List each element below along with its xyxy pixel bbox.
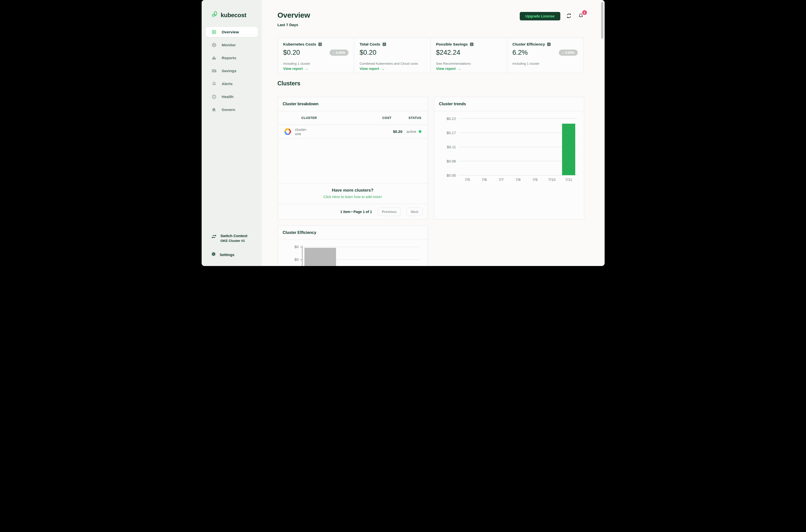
y-tick-label: $0: [281, 257, 299, 262]
delta-badge: ↓0.00%: [330, 50, 348, 56]
column-cost: COST: [357, 116, 392, 120]
kubecost-wordmark: kubecost: [221, 12, 246, 19]
arrow-down-icon: ↓: [562, 51, 564, 55]
view-report-link[interactable]: View report→: [436, 67, 501, 71]
x-tick-label: 7/9: [527, 177, 543, 182]
stat-value: $0.20: [283, 49, 300, 56]
sidebar-item-label: Govern: [222, 108, 235, 112]
clusters-section-heading: Clusters: [278, 80, 584, 87]
cluster-breakdown-card: Cluster breakdown CLUSTER COST STATUS: [278, 97, 428, 220]
stat-description: Including 1 cluster: [283, 62, 349, 65]
monitor-pulse-icon: [211, 42, 217, 48]
swap-arrows-icon: [211, 234, 217, 243]
notifications-button[interactable]: 2: [578, 13, 584, 20]
cluster-efficiency-chart: $0$0: [278, 240, 428, 266]
table-header-row: CLUSTER COST STATUS: [278, 111, 428, 125]
column-status: STATUS: [392, 116, 428, 120]
y-tick-label: $0.00: [438, 173, 456, 177]
x-tick-label: 7/11: [561, 177, 577, 182]
stat-title: Possible Savings: [436, 42, 468, 46]
table-row[interactable]: cluster-one $0.20 active: [278, 125, 428, 138]
x-tick-label: 7/7: [493, 177, 509, 182]
y-axis-line: [302, 245, 302, 266]
stat-description: See Recommendations: [436, 62, 501, 65]
cluster-name: cluster-one: [295, 127, 307, 136]
upgrade-license-button[interactable]: Upgrade License: [520, 12, 560, 20]
main-content: Overview Last 7 Days Upgrade License: [262, 0, 605, 266]
date-range-label: Last 7 Days: [278, 23, 310, 27]
info-icon[interactable]: i: [470, 42, 473, 46]
kubecost-logo: kubecost: [211, 11, 262, 19]
cluster-cost: $0.20: [307, 129, 402, 134]
x-tick-label: 7/8: [510, 177, 526, 182]
exclamation-circle-icon: [211, 94, 217, 99]
gear-icon: [211, 251, 216, 258]
add-clusters-link[interactable]: Click Here to learn how to add more!: [278, 195, 428, 199]
cluster-trends-title: Cluster trends: [434, 97, 584, 111]
arrow-right-icon: →: [457, 67, 461, 71]
stat-card-total-costs: Total Costs i $0.20 Combined Kubernetes …: [354, 38, 431, 73]
stat-card-possible-savings: Possible Savings i $242.24 See Recommend…: [430, 38, 507, 73]
y-gridline: [459, 175, 577, 175]
gavel-icon: [211, 107, 217, 112]
current-context: GKE Cluster #1: [221, 239, 247, 243]
arrow-down-icon: ↓: [333, 51, 335, 55]
stat-value: $0.20: [360, 49, 377, 56]
cta-title: Have more clusters?: [278, 188, 428, 193]
sidebar-item-savings[interactable]: Savings: [202, 64, 262, 77]
cluster-efficiency-card: Cluster Efficiency $0$0: [278, 225, 428, 266]
x-tick-label: 7/6: [476, 177, 492, 182]
view-report-link[interactable]: View report→: [360, 67, 425, 71]
stat-card-cluster-efficiency: Cluster Efficiency i 6.2% ↓0.00% Includi…: [507, 38, 583, 73]
vertical-scrollbar[interactable]: [601, 2, 603, 39]
sidebar-item-health[interactable]: Health: [202, 90, 262, 103]
cluster-efficiency-title: Cluster Efficiency: [278, 226, 428, 240]
y-tick-label: $0.17: [438, 131, 456, 135]
y-tick-mark: [300, 260, 302, 260]
page-title: Overview: [278, 11, 310, 19]
bell-icon: [211, 81, 217, 86]
sidebar-item-reports[interactable]: Reports: [202, 52, 262, 64]
sidebar-item-overview[interactable]: Overview: [206, 27, 258, 37]
sidebar: kubecost Overview Mo: [202, 0, 262, 266]
next-page-button[interactable]: Next: [407, 208, 423, 216]
view-report-link[interactable]: View report→: [283, 67, 349, 71]
stat-title: Cluster Efficiency: [512, 42, 545, 46]
sidebar-item-alerts[interactable]: Alerts: [202, 77, 262, 90]
arrow-right-icon: →: [305, 67, 308, 71]
refresh-button[interactable]: [565, 12, 573, 20]
y-tick-label: $0.11: [438, 145, 456, 149]
y-tick-label: $0: [281, 245, 299, 249]
bar-chart-icon: [211, 56, 217, 60]
sidebar-item-label: Reports: [222, 56, 237, 60]
stat-value: 6.2%: [512, 49, 528, 56]
refresh-icon: [566, 13, 572, 20]
settings-button[interactable]: Settings: [211, 251, 259, 258]
sidebar-item-monitor[interactable]: Monitor: [202, 39, 262, 52]
info-icon[interactable]: i: [318, 42, 322, 46]
info-icon[interactable]: i: [547, 42, 550, 46]
cluster-breakdown-title: Cluster breakdown: [278, 97, 428, 111]
sidebar-item-label: Monitor: [222, 43, 236, 47]
switch-context-button[interactable]: Switch Context GKE Cluster #1: [211, 234, 259, 243]
info-icon[interactable]: i: [382, 42, 386, 46]
x-tick-label: 7/5: [459, 177, 475, 182]
switch-context-label: Switch Context: [221, 234, 247, 238]
delta-badge: ↓0.00%: [559, 50, 578, 56]
sidebar-item-govern[interactable]: Govern: [202, 103, 262, 116]
app-window: kubecost Overview Mo: [202, 0, 605, 266]
grid-icon: [211, 30, 217, 35]
sidebar-item-label: Overview: [222, 30, 239, 34]
previous-page-button[interactable]: Previous: [378, 208, 401, 216]
stat-value: $242.24: [436, 49, 461, 56]
column-cluster: CLUSTER: [301, 116, 357, 120]
kubecost-logo-icon: [211, 11, 219, 19]
cluster-trends-card: Cluster trends $0.00$0.06$0.11$0.17$0.22…: [434, 97, 584, 220]
y-tick-mark: [300, 247, 302, 247]
settings-label: Settings: [220, 252, 235, 257]
cluster-trends-chart: $0.00$0.06$0.11$0.17$0.227/57/67/77/87/9…: [434, 111, 584, 220]
notification-count-badge: 2: [582, 10, 587, 15]
add-clusters-cta: Have more clusters? Click Here to learn …: [278, 184, 428, 204]
x-tick-label: 7/10: [544, 177, 560, 182]
stat-description: Including 1 cluster: [512, 62, 578, 65]
